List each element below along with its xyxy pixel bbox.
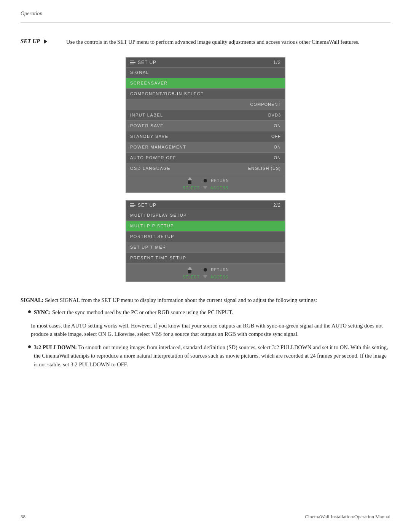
nav-return-group: RETURN — [204, 179, 229, 183]
nav-return-label: RETURN — [211, 179, 229, 183]
bullet-dot-icon-2 — [28, 345, 31, 348]
bullet-dot-icon — [28, 310, 31, 313]
nav-bottom-row-2: SELECT ACCESS — [183, 275, 228, 279]
manual-title: CinemaWall Installation/Operation Manual — [305, 514, 390, 520]
sync-term: SYNC: — [34, 309, 51, 315]
setup-title-text: SET UP — [21, 38, 40, 45]
menu-row: MULTI DISPLAY SETUP — [126, 210, 285, 221]
sync-desc: Select the sync method used by the PC or… — [52, 309, 233, 315]
menu2-page: 2/2 — [273, 203, 281, 208]
menu-row: AUTO POWER OFF ON — [126, 153, 285, 163]
section-label: Operation — [21, 11, 43, 17]
setup-intro: SET UP Use the controls in the SET UP me… — [21, 38, 390, 46]
header-divider — [21, 22, 390, 22]
nav-dpad — [182, 177, 198, 184]
signal-intro-text: SIGNAL: Select SIGNAL from the SET UP me… — [21, 296, 390, 304]
setup-description: Use the controls in the SET UP menu to p… — [66, 38, 390, 46]
nav-center-icon — [188, 181, 191, 184]
setup-label: SET UP — [21, 38, 66, 45]
menu-row: POWER SAVE ON — [126, 121, 285, 131]
menu-row: COMPONENT — [126, 99, 285, 110]
menu1-title-text: SET UP — [138, 60, 156, 65]
nav-up-icon — [188, 177, 192, 180]
menu-box-2: SET UP 2/2 MULTI DISPLAY SETUP MULTI PIP… — [126, 200, 285, 282]
menu-row: SET UP TIMER — [126, 242, 285, 253]
arrow-right-icon — [44, 39, 47, 44]
menu-row: MULTI PIP SETUP — [126, 221, 285, 232]
nav-down-icon-2 — [203, 275, 207, 278]
menu-row: STANDBY SAVE OFF — [126, 131, 285, 142]
page-number: 38 — [21, 514, 25, 520]
pulldown-text: 3:2 PULLDOWN: To smooth out moving image… — [34, 343, 390, 369]
menu-row: SIGNAL — [126, 67, 285, 78]
nav-select-label: SELECT — [183, 186, 200, 190]
menu1-nav: RETURN SELECT ACCESS — [126, 174, 285, 192]
nav-circle-icon-2 — [204, 268, 207, 272]
menu-icon — [130, 61, 135, 64]
sync-bullet: SYNC: Select the sync method used by the… — [21, 308, 390, 316]
menu-row: OSD LANGUAGE ENGLISH (US) — [126, 163, 285, 174]
menu1-page: 1/2 — [273, 60, 281, 65]
pulldown-term: 3:2 PULLDOWN: — [34, 344, 77, 350]
nav-return-label-2: RETURN — [211, 268, 229, 272]
pulldown-bullet: 3:2 PULLDOWN: To smooth out moving image… — [21, 343, 390, 369]
signal-desc: Select SIGNAL from the SET UP menu to di… — [45, 297, 317, 303]
nav-circle-icon — [204, 179, 207, 182]
signal-bold: SIGNAL: — [21, 297, 43, 303]
menu1-title-bar: SET UP 1/2 — [126, 58, 285, 67]
page-footer: 38 CinemaWall Installation/Operation Man… — [21, 514, 390, 520]
nav-select-label-2: SELECT — [183, 275, 200, 279]
nav-bottom-row: SELECT ACCESS — [183, 186, 228, 190]
menu-icon-2 — [130, 203, 135, 207]
nav-center-icon-2 — [188, 270, 191, 273]
menu-row: SCREENSAVER — [126, 78, 285, 89]
pulldown-desc: To smooth out moving images from interla… — [34, 344, 388, 367]
sync-paragraph: In most cases, the AUTO setting works we… — [21, 321, 390, 339]
nav-up-icon-2 — [188, 267, 192, 270]
body-text: SIGNAL: Select SIGNAL from the SET UP me… — [21, 296, 390, 369]
menu-row: PORTRAIT SETUP — [126, 232, 285, 242]
menu2-title-bar: SET UP 2/2 — [126, 201, 285, 210]
menu-row: POWER MANAGEMENT ON — [126, 142, 285, 153]
menu2-title-text: SET UP — [138, 203, 156, 208]
menu-box-1: SET UP 1/2 SIGNAL SCREENSAVER COMPONENT/… — [126, 57, 285, 193]
menu-row: COMPONENT/RGB-IN SELECT — [126, 89, 285, 99]
nav-dpad-2 — [182, 267, 198, 273]
nav-access-label-2: ACCESS — [210, 275, 228, 279]
menu2-title-left: SET UP — [130, 203, 156, 208]
nav-access-label: ACCESS — [210, 186, 228, 190]
sync-text: SYNC: Select the sync method used by the… — [34, 308, 233, 316]
menu-row: INPUT LABEL DVD3 — [126, 110, 285, 121]
main-content: SET UP Use the controls in the SET UP me… — [21, 30, 390, 375]
menu2-nav: RETURN SELECT ACCESS — [126, 264, 285, 281]
nav-return-group-2: RETURN — [204, 268, 229, 272]
menus-container: SET UP 1/2 SIGNAL SCREENSAVER COMPONENT/… — [21, 57, 390, 282]
menu1-title-left: SET UP — [130, 60, 156, 65]
menu-row: PRESENT TIME SETUP — [126, 253, 285, 264]
nav-down-icon — [203, 186, 207, 189]
